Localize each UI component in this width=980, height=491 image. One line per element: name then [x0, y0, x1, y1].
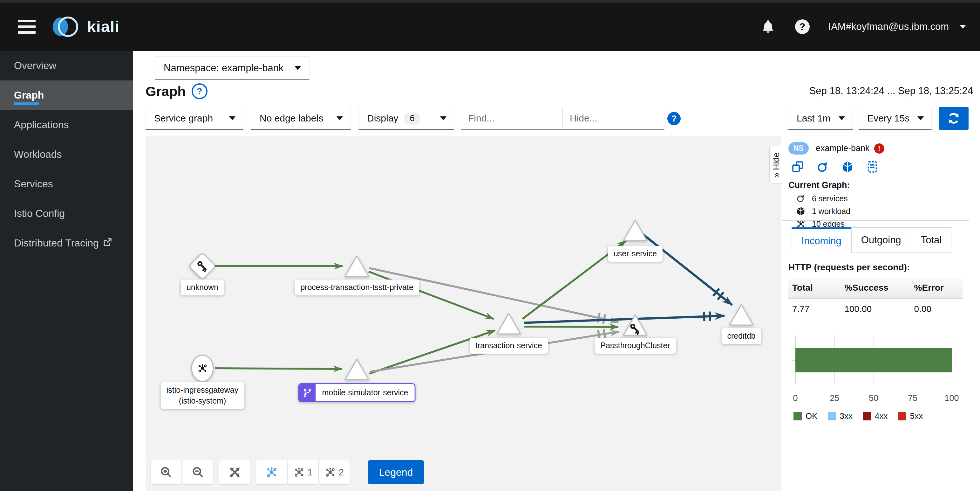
status-rate-chart: 0255075100OK3xx4xx5xx: [782, 335, 969, 431]
graph-node-label[interactable]: istio-ingressgateway (istio-system): [161, 382, 244, 409]
graph-node-label[interactable]: mobile-simulator-service: [298, 383, 416, 402]
sidebar-item-services[interactable]: Services: [0, 169, 133, 199]
error-exclamation-icon: !: [874, 143, 885, 154]
chevron-down-icon: [917, 116, 924, 120]
legend-label: 4xx: [875, 411, 888, 421]
code-branch-icon: [299, 384, 316, 401]
current-graph-stat: 1 workload: [796, 206, 850, 216]
help-icon[interactable]: ?: [794, 18, 811, 35]
layout-2-button[interactable]: 2: [319, 460, 350, 484]
bar-segment-ok: [795, 348, 952, 372]
legend-button[interactable]: Legend: [368, 460, 424, 484]
find-input[interactable]: [461, 107, 562, 129]
hide-input[interactable]: [562, 107, 664, 129]
edge-status-tick: [604, 329, 605, 339]
graph-layout-icon: [293, 467, 305, 478]
kiali-logo-icon: [49, 14, 84, 40]
namespace-dropdown[interactable]: Namespace: example-bank: [155, 56, 310, 80]
graph-type-dropdown[interactable]: Service graph: [146, 107, 243, 130]
sidebar-item-overview[interactable]: Overview: [0, 51, 133, 80]
display-dropdown[interactable]: Display 6: [358, 107, 454, 130]
window-top-strip: [0, 0, 980, 3]
fit-to-screen-button[interactable]: [219, 460, 250, 484]
http-rate-title: HTTP (requests per second):: [788, 262, 910, 273]
sidebar-item-istio-config[interactable]: Istio Config: [0, 199, 133, 228]
sync-icon: [947, 111, 961, 125]
graph-node-transaction-service[interactable]: [497, 314, 520, 334]
service-icon: [796, 194, 805, 203]
panel-namespace-name: example-bank: [816, 143, 870, 153]
graph-canvas[interactable]: unknownprocess-transaction-tsstt-private…: [146, 136, 781, 491]
chevron-down-icon: [294, 66, 301, 70]
table-header: %Success: [840, 277, 910, 298]
graph-layout-icon: [325, 467, 336, 478]
tab-incoming[interactable]: Incoming: [792, 227, 851, 253]
refresh-interval-dropdown[interactable]: Every 15s: [859, 107, 932, 130]
sidebar-item-applications[interactable]: Applications: [0, 110, 133, 140]
http-rate-table: Total%Success%Error 7.77100.000.00: [788, 277, 963, 319]
chart-axis-tick: [792, 360, 795, 360]
namespace-dropdown-label: Namespace: example-bank: [164, 62, 283, 74]
user-menu-label[interactable]: IAM#koyfman@us.ibm.com: [829, 21, 949, 32]
chart-tick-label: 25: [830, 394, 839, 403]
graph-edge[interactable]: [644, 235, 732, 305]
layout-1-button[interactable]: 1: [288, 460, 318, 484]
graph-node-process-transaction[interactable]: [345, 256, 369, 276]
graph-node-label[interactable]: PassthroughCluster: [595, 338, 676, 354]
sidebar-nav: OverviewGraphApplicationsWorkloadsServic…: [0, 51, 133, 491]
workloads-link-icon[interactable]: [841, 161, 854, 173]
page-title: Graph ?: [146, 83, 207, 99]
edge-labels-dropdown[interactable]: No edge labels: [251, 107, 351, 130]
double-chevron-right-icon: »: [772, 172, 781, 177]
hide-panel-tab[interactable]: » Hide: [769, 146, 783, 183]
find-hide-group: [461, 107, 665, 130]
chart-tick-label: 75: [908, 394, 917, 403]
graph-node-label[interactable]: unknown: [181, 279, 224, 295]
legend-swatch: [898, 412, 906, 421]
stacked-bar: [795, 348, 952, 372]
sidebar-item-workloads[interactable]: Workloads: [0, 140, 133, 169]
tab-total[interactable]: Total: [911, 227, 951, 253]
graph-node-creditdb[interactable]: [730, 304, 753, 325]
graph-node-label[interactable]: creditdb: [722, 328, 761, 344]
table-cell: 0.00: [910, 299, 963, 319]
istio-config-link-icon[interactable]: [866, 161, 879, 173]
current-graph-title: Current Graph:: [788, 180, 850, 190]
current-graph-stat: 6 services: [796, 194, 850, 203]
table-header: %Error: [910, 277, 963, 298]
duration-dropdown[interactable]: Last 1m: [788, 107, 853, 130]
sidebar-item-distributed-tracing[interactable]: Distributed Tracing: [0, 228, 133, 258]
legend-swatch: [794, 412, 802, 421]
applications-link-icon[interactable]: [792, 161, 804, 173]
bell-icon[interactable]: [760, 18, 776, 35]
sidebar-item-graph[interactable]: Graph: [0, 80, 133, 110]
refresh-button[interactable]: [939, 107, 969, 130]
graph-node-mobile-simulator-service[interactable]: [345, 359, 369, 380]
find-help-icon[interactable]: ?: [667, 112, 681, 125]
graph-help-icon[interactable]: ?: [192, 83, 207, 99]
masthead: kiali ? IAM#koyfman@us.ibm.com: [0, 3, 980, 51]
graph-node-label[interactable]: process-transaction-tsstt-private: [294, 279, 419, 295]
legend-swatch: [828, 412, 836, 421]
tab-outgoing[interactable]: Outgoing: [851, 227, 911, 253]
hamburger-menu-icon[interactable]: [18, 20, 36, 34]
graph-edge[interactable]: [524, 316, 724, 323]
zoom-out-button[interactable]: [182, 460, 213, 484]
chart-tick-label: 50: [869, 394, 878, 403]
services-link-icon[interactable]: [816, 161, 829, 173]
graph-edge[interactable]: [524, 327, 618, 327]
kiali-logo: kiali: [49, 14, 119, 40]
zoom-in-button[interactable]: [151, 460, 181, 484]
layout-default-button[interactable]: [256, 460, 287, 484]
workload-icon: [796, 206, 805, 216]
graph-edge[interactable]: [215, 368, 342, 369]
display-count-badge: 6: [404, 112, 420, 125]
graph-node-label[interactable]: user-service: [608, 246, 663, 262]
chevron-down-icon: [337, 116, 343, 120]
graph-node-label[interactable]: transaction-service: [470, 338, 548, 354]
legend-label: 3xx: [840, 411, 853, 421]
share-nodes-icon: [197, 363, 208, 374]
graph-node-user-service[interactable]: [624, 220, 647, 241]
legend-swatch: [863, 412, 871, 421]
user-caret-down-icon[interactable]: [960, 25, 966, 29]
